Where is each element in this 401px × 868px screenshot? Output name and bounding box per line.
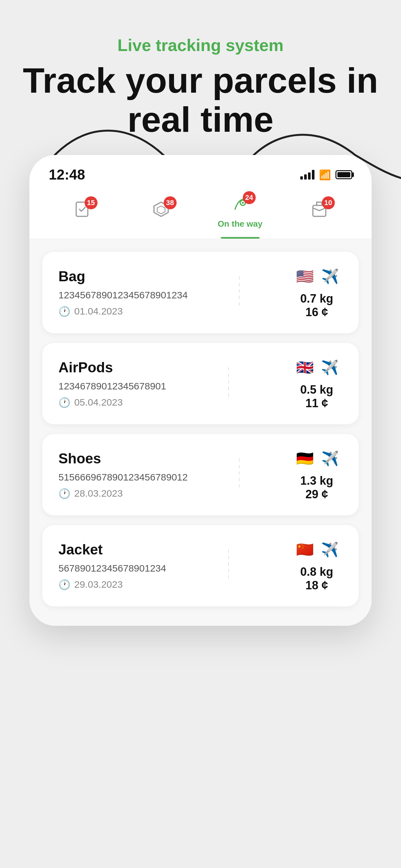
bag-flags: 🇺🇸 ✈️ bbox=[295, 266, 339, 287]
airpods-flags: 🇬🇧 ✈️ bbox=[295, 357, 339, 378]
card-right-bag: 🇺🇸 ✈️ 0.7 kg 16 ¢ bbox=[291, 266, 343, 319]
card-right-shoes: 🇩🇪 ✈️ 1.3 kg 29 ¢ bbox=[291, 448, 343, 501]
page-background: Live tracking system Track your parcels … bbox=[0, 0, 401, 868]
clock-icon-4: 🕐 bbox=[58, 579, 70, 590]
plane-icon: ✈️ bbox=[321, 268, 339, 285]
header-section: Live tracking system Track your parcels … bbox=[0, 0, 401, 152]
svg-point-6 bbox=[242, 202, 244, 204]
tab-delivered[interactable]: 10 bbox=[280, 201, 359, 224]
jacket-price: 18 ¢ bbox=[305, 579, 328, 592]
subtitle: Live tracking system bbox=[0, 35, 401, 55]
tab-completed[interactable]: 15 bbox=[42, 201, 121, 224]
card-left-shoes: Shoes 515666967890123456789012 🕐 28.03.2… bbox=[58, 451, 188, 499]
tab-on-the-way-badge: 24 bbox=[243, 191, 256, 204]
card-divider-3 bbox=[239, 459, 240, 491]
shoes-flags: 🇩🇪 ✈️ bbox=[295, 448, 339, 469]
shoes-date: 🕐 28.03.2023 bbox=[58, 488, 188, 499]
clock-icon-2: 🕐 bbox=[58, 397, 70, 408]
package-card-jacket[interactable]: Jacket 56789012345678901234 🕐 29.03.2023… bbox=[42, 525, 359, 607]
bag-price: 16 ¢ bbox=[305, 306, 328, 319]
package-card-airpods[interactable]: AirPods 12346789012345678901 🕐 05.04.202… bbox=[42, 343, 359, 424]
clock-icon-3: 🕐 bbox=[58, 488, 70, 499]
plane-icon-3: ✈️ bbox=[321, 450, 339, 467]
airpods-price: 11 ¢ bbox=[305, 397, 328, 410]
plane-icon-2: ✈️ bbox=[321, 359, 339, 376]
shoes-flag: 🇩🇪 bbox=[295, 448, 315, 469]
signal-icon bbox=[300, 170, 314, 180]
airpods-tracking: 12346789012345678901 bbox=[58, 381, 166, 392]
shoes-tracking: 515666967890123456789012 bbox=[58, 472, 188, 483]
tab-on-the-way[interactable]: 24 On the way bbox=[201, 196, 280, 229]
tab-bar: 15 38 24 bbox=[29, 189, 372, 239]
jacket-flag: 🇨🇳 bbox=[295, 539, 315, 560]
wifi-icon: 📶 bbox=[319, 169, 331, 181]
package-card-shoes[interactable]: Shoes 515666967890123456789012 🕐 28.03.2… bbox=[42, 434, 359, 516]
tab-underline bbox=[221, 237, 259, 239]
card-left-airpods: AirPods 12346789012345678901 🕐 05.04.202… bbox=[58, 360, 166, 408]
svg-marker-4 bbox=[157, 206, 165, 214]
tab-on-the-way-label: On the way bbox=[218, 219, 263, 229]
status-bar: 12:48 📶 bbox=[29, 155, 372, 189]
card-right-jacket: 🇨🇳 ✈️ 0.8 kg 18 ¢ bbox=[291, 539, 343, 592]
status-icons: 📶 bbox=[300, 169, 352, 181]
shoes-weight: 1.3 kg bbox=[300, 474, 333, 488]
bag-tracking: 123456789012345678901234 bbox=[58, 290, 188, 301]
airpods-weight: 0.5 kg bbox=[300, 383, 333, 397]
tab-warehouse-badge: 38 bbox=[164, 196, 177, 209]
bag-weight: 0.7 kg bbox=[300, 292, 333, 306]
airpods-flag: 🇬🇧 bbox=[295, 357, 315, 378]
card-divider-2 bbox=[228, 368, 229, 400]
bag-name: Bag bbox=[58, 268, 188, 284]
card-left-jacket: Jacket 56789012345678901234 🕐 29.03.2023 bbox=[58, 541, 166, 590]
plane-icon-4: ✈️ bbox=[321, 541, 339, 558]
bag-flag: 🇺🇸 bbox=[295, 266, 315, 287]
package-card-bag[interactable]: Bag 123456789012345678901234 🕐 01.04.202… bbox=[42, 252, 359, 333]
jacket-name: Jacket bbox=[58, 541, 166, 558]
shoes-name: Shoes bbox=[58, 451, 188, 467]
card-divider-4 bbox=[228, 550, 229, 582]
card-right-airpods: 🇬🇧 ✈️ 0.5 kg 11 ¢ bbox=[291, 357, 343, 410]
status-time: 12:48 bbox=[49, 166, 85, 183]
jacket-tracking: 56789012345678901234 bbox=[58, 563, 166, 574]
jacket-flags: 🇨🇳 ✈️ bbox=[295, 539, 339, 560]
airpods-name: AirPods bbox=[58, 360, 166, 376]
airpods-date: 🕐 05.04.2023 bbox=[58, 397, 166, 408]
battery-icon bbox=[335, 170, 352, 179]
jacket-weight: 0.8 kg bbox=[300, 565, 333, 579]
page-title: Track your parcels inreal time bbox=[0, 61, 401, 139]
card-divider bbox=[239, 276, 240, 309]
phone-mockup: 12:48 📶 15 bbox=[29, 155, 372, 626]
tab-warehouse[interactable]: 38 bbox=[121, 201, 201, 224]
tab-delivered-badge: 10 bbox=[322, 196, 335, 209]
clock-icon: 🕐 bbox=[58, 306, 70, 317]
tab-completed-badge: 15 bbox=[85, 196, 97, 209]
bag-date: 🕐 01.04.2023 bbox=[58, 306, 188, 317]
shoes-price: 29 ¢ bbox=[305, 488, 328, 501]
jacket-date: 🕐 29.03.2023 bbox=[58, 579, 166, 590]
cards-container: Bag 123456789012345678901234 🕐 01.04.202… bbox=[29, 239, 372, 607]
card-left-bag: Bag 123456789012345678901234 🕐 01.04.202… bbox=[58, 268, 188, 317]
